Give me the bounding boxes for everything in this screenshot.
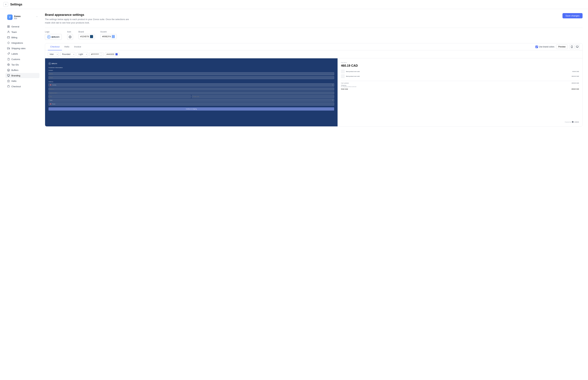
sidebar-label: Checkout — [11, 85, 21, 88]
layers-icon — [7, 69, 10, 72]
product-name-2: Best product ever sold — [346, 76, 570, 77]
user-icon — [7, 31, 10, 33]
sidebar-label: Tax IDs — [11, 63, 19, 66]
sidebar: Z Zonos 909 ⌃ General — [5, 13, 39, 127]
tag-icon — [7, 52, 10, 55]
save-changes-button[interactable]: Save changes — [563, 13, 583, 18]
logo-circle-icon — [47, 35, 51, 38]
color1-swatch[interactable]: #FFFFFF — [90, 52, 104, 56]
product-price-1: 49.60 CAD — [572, 71, 579, 72]
preview-logo: BRUVI — [49, 62, 334, 65]
preview-logo-text: BRUVI — [52, 63, 57, 64]
shopping-bag-icon — [7, 85, 10, 88]
color2-swatch[interactable]: #445EEE — [105, 52, 119, 56]
desktop-icon[interactable] — [575, 44, 580, 49]
preview-email-input[interactable] — [49, 76, 334, 79]
preview-phone-flag: 🇨🇦 — [50, 103, 51, 105]
brand-color-swatch[interactable]: #1E4D78 — [78, 34, 95, 39]
brand-label: Brand — [78, 31, 95, 33]
tab-checkout[interactable]: Checkout — [48, 43, 62, 50]
account-name: Zonos — [14, 15, 36, 18]
accent-color-box — [112, 35, 115, 38]
accent-color-swatch[interactable]: #89B2FA — [100, 34, 117, 39]
font-select[interactable]: Inter — [48, 52, 59, 57]
preview-state-select[interactable]: State ▾ — [49, 99, 334, 102]
logo-label: Logo — [45, 31, 62, 33]
svg-rect-1 — [9, 25, 10, 26]
preview-country-chevron: ▾ — [332, 84, 333, 86]
sidebar-item-hello[interactable]: Hello — [5, 78, 39, 83]
sidebar-item-branding[interactable]: Branding — [5, 73, 39, 78]
content-title: Brand appearance settings — [45, 13, 133, 17]
svg-rect-2 — [7, 27, 8, 28]
icon-label: Icon — [67, 31, 73, 33]
color2-value: #445EEE — [107, 53, 114, 56]
plug-icon — [7, 41, 10, 44]
sidebar-item-labels[interactable]: Labels — [5, 51, 39, 56]
preview-city-input[interactable] — [49, 95, 191, 98]
svg-point-7 — [7, 49, 8, 49]
sidebar-item-team[interactable]: Team — [5, 29, 39, 35]
star-icon — [7, 80, 10, 82]
preview-name-input[interactable] — [49, 72, 334, 75]
account-section[interactable]: Z Zonos 909 ⌃ — [5, 13, 39, 21]
sidebar-item-buffers[interactable]: Buffers — [5, 68, 39, 73]
preview-postal-input[interactable] — [191, 95, 334, 98]
sidebar-item-checkout[interactable]: Checkout — [5, 84, 39, 89]
sidebar-label: Labels — [11, 53, 18, 55]
close-button[interactable]: × — [3, 2, 8, 7]
style-select[interactable]: Rounded — [60, 52, 75, 57]
tab-hello[interactable]: Hello — [62, 43, 72, 50]
checkout-form-panel: BRUVI Customer information Contact Addre… — [45, 58, 338, 126]
content-area: Brand appearance settings The settings b… — [45, 13, 583, 127]
use-brand-colors-checkbox[interactable] — [535, 46, 538, 48]
sidebar-item-tax-ids[interactable]: Tax IDs — [5, 62, 39, 67]
brush-icon — [7, 74, 10, 77]
totals-section: Cart subtotal 249.60 CAD Shipping No shi… — [341, 81, 579, 90]
preview-continue-btn[interactable]: Continue to shipping — [49, 107, 334, 111]
grid-icon — [7, 25, 10, 28]
icon-field: Icon — [67, 31, 73, 40]
sidebar-item-billing[interactable]: Billing — [5, 35, 39, 40]
sidebar-label: Buffers — [11, 69, 18, 72]
sidebar-item-customs[interactable]: Customs — [5, 57, 39, 62]
logo-dot — [48, 37, 49, 38]
sidebar-label: Billing — [11, 36, 17, 39]
preview-address2-input[interactable] — [49, 92, 334, 95]
preview-phone-placeholder: Phone — [52, 103, 55, 105]
theme-select-wrapper: Light ▾ — [77, 52, 88, 57]
account-info: Zonos 909 — [14, 15, 36, 19]
brand-color-value: #1E4D78 — [80, 35, 89, 38]
icon-preview[interactable] — [67, 34, 73, 40]
preview-address-input[interactable] — [49, 88, 334, 91]
order-total-row: Order total 249.60 CAD — [341, 88, 579, 90]
theme-select[interactable]: Light — [77, 52, 88, 57]
tab-invoice[interactable]: Invoice — [72, 43, 84, 50]
preview-contact-label: Contact — [49, 70, 334, 71]
svg-rect-3 — [9, 27, 10, 28]
logo-field: Logo BRUVI — [45, 31, 62, 40]
preview-country-label: 🇨🇦Country — [50, 84, 56, 86]
app-container: × Settings Z Zonos 909 ⌃ Gene — [0, 0, 588, 380]
preview-country-select[interactable]: 🇨🇦Country ▾ — [49, 83, 334, 87]
sidebar-item-integrations[interactable]: Integrations — [5, 40, 39, 45]
content-header: Brand appearance settings The settings b… — [45, 13, 583, 24]
sidebar-label: Shipping rates — [11, 47, 25, 50]
sidebar-item-general[interactable]: General — [5, 24, 39, 29]
credit-card-icon — [7, 36, 10, 39]
order-total-value: 249.60 CAD — [571, 88, 579, 90]
sidebar-item-shipping-rates[interactable]: Shipping rates — [5, 46, 39, 51]
truck-icon — [7, 47, 10, 50]
tabs-bar: Checkout Hello Invoice Use brand colors … — [45, 43, 582, 50]
header: × Settings — [0, 0, 588, 9]
mobile-icon[interactable] — [569, 44, 574, 49]
preview-button[interactable]: Preview — [556, 45, 568, 49]
sidebar-label: Customs — [11, 58, 20, 60]
accent-color-field: Accent #89B2FA — [100, 31, 117, 39]
use-brand-colors-label[interactable]: Use brand colors — [535, 46, 554, 48]
logo-preview[interactable]: BRUVI — [45, 34, 62, 40]
brand-color-box — [90, 35, 93, 38]
preview-panel: Checkout Hello Invoice Use brand colors … — [45, 43, 583, 127]
content-description: The settings below apply to each product… — [45, 18, 133, 24]
preview-state-chevron: ▾ — [332, 99, 333, 101]
